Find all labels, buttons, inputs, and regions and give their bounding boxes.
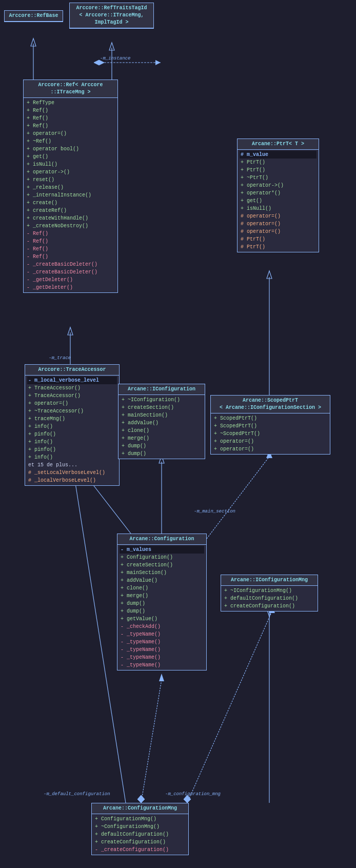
box-configuration-title: Arcane::Configuration <box>117 534 206 545</box>
member: + Configuration() <box>120 554 204 561</box>
member: + mainSection() <box>120 569 204 577</box>
member: + operator bool() <box>26 145 115 153</box>
member: + TraceAccessor() <box>27 392 117 400</box>
member: # PtrT() <box>240 243 317 251</box>
member: + operator=() <box>213 438 328 445</box>
label-m-default-configuration: -m_default_configuration <box>44 792 110 797</box>
member: + getValue() <box>120 615 204 623</box>
member: - _createConfiguration() <box>94 846 186 854</box>
member: - _getDeleter() <box>26 284 115 291</box>
member: + mainSection() <box>121 411 203 419</box>
member: + clone() <box>120 584 204 592</box>
member: + addValue() <box>121 419 203 427</box>
member: # operator=() <box>240 228 317 235</box>
member: + info() <box>27 438 117 446</box>
svg-marker-1 <box>31 38 36 46</box>
member: + merge() <box>121 435 203 442</box>
member: + Ref() <box>26 107 115 114</box>
label-m-instance: -m_instance <box>100 56 130 61</box>
box-scopedptrt: Arcane::ScopedPtrT< Arcane::IConfigurati… <box>210 395 330 455</box>
member: + traceMng() <box>27 415 117 423</box>
member: + ~TraceAccessor() <box>27 407 117 415</box>
box-arccore-ref: Arccore::Ref< Arccore::ITraceMng > + Ref… <box>23 80 118 293</box>
svg-marker-23 <box>159 674 164 681</box>
member: + isNull() <box>26 161 115 168</box>
member: - _checkAdd() <box>120 623 204 630</box>
member: # PtrT() <box>240 235 317 243</box>
label-m-configuration-mng: -m_configuration_mng <box>165 792 221 797</box>
member: + merge() <box>120 592 204 600</box>
box-iconfigurationmng-members: + ~IConfigurationMng() + defaultConfigur… <box>221 586 318 611</box>
member: # _localVerboseLevel() <box>27 477 117 484</box>
member: - Ref() <box>26 245 115 253</box>
box-arcane-ptrt: Arcane::PtrT< T > # m_value + PtrT() + P… <box>237 139 319 252</box>
member: + operator=() <box>26 130 115 137</box>
box-refbase: Arccore::RefBase <box>4 10 63 22</box>
box-scopedptrt-title: Arcane::ScopedPtrT< Arcane::IConfigurati… <box>211 396 330 413</box>
member: # m_value <box>240 151 317 159</box>
member: + create() <box>26 199 115 207</box>
member: + get() <box>26 153 115 161</box>
member: - Ref() <box>26 253 115 261</box>
member: - _createBasicDeleter() <box>26 261 115 268</box>
member: + PtrT() <box>240 166 317 174</box>
member: + info() <box>27 453 117 461</box>
member: + operator*() <box>240 189 317 197</box>
box-iconfiguration-title: Arcane::IConfiguration <box>118 384 205 395</box>
diagram-container: -m_instance -m_trace -m_main_section -m_… <box>0 0 356 868</box>
box-iconfigurationmng-title: Arcane::IConfigurationMng <box>221 575 318 586</box>
box-iconfigurationmng: Arcane::IConfigurationMng + ~IConfigurat… <box>221 575 318 611</box>
member: + pinfo() <box>27 430 117 438</box>
member: + createSection() <box>120 561 204 569</box>
member: - Ref() <box>26 230 115 238</box>
box-traceaccessor: Arccore::TraceAccessor - m_local_verbose… <box>25 364 120 486</box>
box-traceaccessor-members: - m_local_verbose_level + TraceAccessor(… <box>25 376 119 485</box>
svg-line-17 <box>207 457 269 539</box>
member: + createSection() <box>121 404 203 411</box>
member: - m_values <box>120 546 204 554</box>
member: # _setLocalVerboseLevel() <box>27 469 117 477</box>
member: + dump() <box>120 600 204 607</box>
member: + reset() <box>26 176 115 184</box>
box-arccore-ref-members: + RefType + Ref() + Ref() + Ref() + oper… <box>24 98 117 292</box>
member: + operator=() <box>27 400 117 407</box>
member: + dump() <box>121 450 203 458</box>
member: + ~IConfiguration() <box>121 396 203 404</box>
member: - _typeName() <box>120 646 204 654</box>
member: + Ref() <box>26 114 115 122</box>
member: + ~PtrT() <box>240 174 317 182</box>
box-configuration-members: - m_values + Configuration() + createSec… <box>117 545 206 670</box>
member: + PtrT() <box>240 159 317 166</box>
member: + ScopedPtrT() <box>213 422 328 430</box>
member: - _typeName() <box>120 630 204 638</box>
member: + clone() <box>121 427 203 435</box>
svg-marker-14 <box>267 271 272 279</box>
member: + defaultConfiguration() <box>94 831 186 838</box>
member: + info() <box>27 423 117 430</box>
member: # operator=() <box>240 220 317 228</box>
member: + dump() <box>121 442 203 450</box>
svg-marker-3 <box>109 43 114 50</box>
box-arccore-ref-title: Arccore::Ref< Arccore::ITraceMng > <box>24 80 117 98</box>
member: + createConfiguration() <box>94 838 186 846</box>
member: # operator=() <box>240 212 317 220</box>
member: + defaultConfiguration() <box>223 595 315 602</box>
member: + createWithHandle() <box>26 214 115 222</box>
member: + operator=() <box>213 445 328 453</box>
member: - _typeName() <box>120 654 204 661</box>
member: + Ref() <box>26 122 115 130</box>
member: - _typeName() <box>120 638 204 646</box>
member: + operator->() <box>240 182 317 189</box>
svg-marker-8 <box>68 327 73 335</box>
label-m-main-section: -m_main_section <box>194 509 235 514</box>
box-scopedptrt-members: + ScopedPtrT() + ScopedPtrT() + ~ScopedP… <box>211 413 330 454</box>
member: + ~ConfigurationMng() <box>94 823 186 831</box>
box-configurationmng: Arcane::ConfigurationMng + Configuration… <box>91 803 189 855</box>
member: + ConfigurationMng() <box>94 815 186 823</box>
member: + ScopedPtrT() <box>213 415 328 422</box>
member: + RefType <box>26 99 115 107</box>
member: + ~Ref() <box>26 137 115 145</box>
member: + ~ScopedPtrT() <box>213 430 328 438</box>
box-arcane-ptrt-title: Arcane::PtrT< T > <box>238 139 319 150</box>
box-reftraitstag: Arccore::RefTraitsTagId< Arccore::ITrace… <box>69 3 154 29</box>
